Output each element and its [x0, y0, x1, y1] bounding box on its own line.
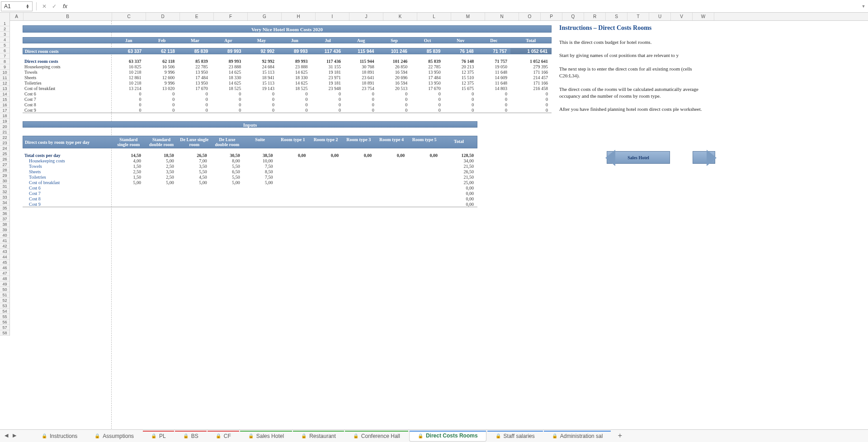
cell-value[interactable]: 18 891 — [344, 81, 378, 86]
cell-value[interactable]: 0 — [178, 102, 212, 108]
sheet-tab[interactable]: 🔒BS — [175, 431, 207, 442]
cell-value[interactable]: 0 — [245, 102, 278, 108]
column-header[interactable]: M — [451, 13, 485, 20]
cell-value[interactable]: 18 525 — [212, 86, 245, 91]
row-header[interactable]: 38 — [0, 222, 9, 227]
nav-arrow-sales-hotel[interactable]: Sales Hotel — [607, 151, 670, 164]
row-header[interactable]: 14 — [0, 91, 9, 97]
fx-icon[interactable]: fx — [63, 3, 67, 10]
cell-value[interactable]: 18 525 — [278, 86, 311, 91]
row-label[interactable]: Towels — [23, 164, 112, 169]
sheet-tab[interactable]: 🔒Sales Hotel — [240, 431, 292, 442]
cell-value[interactable]: 0 — [178, 91, 212, 97]
cell-value[interactable]: 2,50 — [112, 169, 145, 175]
cell-value[interactable]: 15 510 — [444, 75, 478, 81]
cell-value[interactable]: 0 — [378, 97, 411, 102]
cell-value[interactable]: 5,00 — [211, 180, 244, 185]
column-header[interactable]: E — [180, 13, 214, 20]
cell-value[interactable]: 8,50 — [244, 169, 277, 175]
cell-value[interactable]: 23 754 — [344, 86, 378, 91]
cell-value[interactable]: 7,00 — [178, 158, 211, 164]
cell-value[interactable]: 0 — [344, 97, 378, 102]
cell-value[interactable]: 0,00 — [408, 153, 441, 158]
cell-value[interactable]: 0 — [378, 108, 411, 113]
cell-value[interactable]: 9 996 — [145, 81, 179, 86]
cell-value[interactable]: 0 — [477, 102, 511, 108]
column-header[interactable]: F — [214, 13, 248, 20]
sheet-tab[interactable]: 🔒Instructions — [33, 431, 85, 442]
cell-value[interactable]: 0 — [212, 108, 245, 113]
cell-value[interactable]: 10 218 — [112, 81, 145, 86]
cell-value[interactable]: 18 330 — [212, 75, 245, 81]
cell-value[interactable] — [309, 202, 342, 207]
cell-value[interactable] — [112, 202, 145, 207]
cell-value[interactable]: 0 — [311, 102, 344, 108]
row-header[interactable]: 58 — [0, 330, 9, 336]
cell-value[interactable] — [211, 196, 244, 202]
cell-value[interactable] — [309, 175, 342, 180]
cell-value[interactable] — [277, 191, 310, 196]
cell-value[interactable]: 0 — [178, 108, 212, 113]
cell-value[interactable]: 0 — [378, 102, 411, 108]
expand-formula-icon[interactable]: ▼ — [860, 4, 867, 9]
cell-value[interactable] — [408, 202, 441, 207]
cell-value[interactable] — [211, 191, 244, 196]
cell-value[interactable]: 2,50 — [145, 175, 178, 180]
cell-value[interactable]: 13 950 — [178, 81, 212, 86]
cell-value[interactable] — [112, 196, 145, 202]
row-header[interactable]: 19 — [0, 119, 9, 124]
row-header[interactable]: 57 — [0, 325, 9, 330]
cell-value[interactable]: 5,50 — [211, 164, 244, 169]
cell-value[interactable]: 92 992 — [245, 59, 278, 64]
row-header[interactable]: 28 — [0, 167, 9, 173]
cell-value[interactable] — [178, 185, 211, 191]
cell-value[interactable] — [408, 196, 441, 202]
cell-value[interactable]: 16 594 — [378, 70, 411, 75]
tab-nav-next-icon[interactable]: ▶ — [11, 432, 18, 440]
cell-value[interactable] — [375, 202, 408, 207]
row-header[interactable]: 29 — [0, 173, 9, 178]
cell-value[interactable]: 14 609 — [477, 75, 511, 81]
row-header[interactable]: 50 — [0, 287, 9, 292]
cell-value[interactable]: 8,00 — [211, 158, 244, 164]
cell-value[interactable]: 0 — [311, 91, 344, 97]
cell-value[interactable]: 20 513 — [378, 86, 411, 91]
cell-value[interactable]: 0 — [411, 97, 444, 102]
column-header[interactable]: L — [417, 13, 451, 20]
cell-value[interactable] — [309, 185, 342, 191]
cell-value[interactable] — [277, 202, 310, 207]
row-header[interactable]: 52 — [0, 298, 9, 303]
row-header[interactable]: 32 — [0, 189, 9, 195]
cell-value[interactable] — [145, 202, 178, 207]
cell-value[interactable] — [375, 185, 408, 191]
cell-value[interactable]: 0,00 — [277, 153, 310, 158]
cell-value[interactable]: 13 950 — [411, 81, 444, 86]
accept-icon[interactable]: ✓ — [50, 2, 58, 10]
cell-value[interactable] — [342, 191, 375, 196]
cell-value[interactable] — [211, 185, 244, 191]
sheet-content[interactable]: Very Nice Hotel Room Costs 2020 JanFebMa… — [10, 21, 868, 429]
cell-value[interactable]: 23 888 — [212, 64, 245, 70]
cell-value[interactable]: 0 — [344, 108, 378, 113]
cell-value[interactable]: 0 — [178, 97, 212, 102]
cell-value[interactable] — [277, 169, 310, 175]
row-header[interactable]: 48 — [0, 276, 9, 281]
cell-value[interactable] — [211, 202, 244, 207]
row-header[interactable]: 26 — [0, 157, 9, 162]
cell-value[interactable]: 0,00 — [309, 153, 342, 158]
cell-value[interactable] — [244, 185, 277, 191]
cell-value[interactable] — [277, 196, 310, 202]
cell-value[interactable] — [375, 158, 408, 164]
cell-value[interactable]: 0 — [145, 91, 179, 97]
cell-value[interactable]: 19 181 — [311, 81, 344, 86]
cell-value[interactable]: 14 625 — [278, 70, 311, 75]
cancel-icon[interactable]: ✕ — [40, 2, 48, 10]
cell-value[interactable]: 62 118 — [145, 59, 179, 64]
row-header[interactable]: 40 — [0, 233, 9, 238]
cell-value[interactable]: 19 181 — [311, 70, 344, 75]
row-header[interactable]: 34 — [0, 200, 9, 205]
cell-value[interactable]: 22 785 — [411, 64, 444, 70]
column-header[interactable]: A — [10, 13, 24, 20]
cell-reference-box[interactable]: A1 ▲▼ — [1, 1, 33, 11]
cell-value[interactable] — [244, 191, 277, 196]
